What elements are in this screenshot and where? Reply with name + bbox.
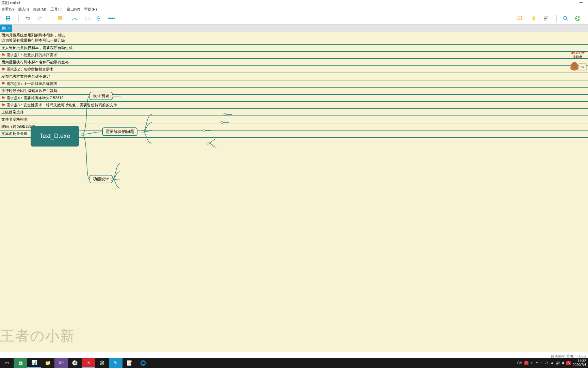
menu-window[interactable]: 窗口(W) xyxy=(67,7,80,12)
menu-help[interactable]: 帮助(H) xyxy=(84,7,97,12)
separator xyxy=(50,15,50,22)
leaf-node[interactable]: 转码（转为GB2312） xyxy=(0,123,588,131)
redo-icon xyxy=(37,15,43,21)
tray-icon[interactable]: A xyxy=(562,361,564,365)
clock-date: 2020/7/4 xyxy=(573,363,586,367)
branch-node-problems[interactable]: 需要解决的问题 xyxy=(102,127,137,136)
play-icon xyxy=(516,15,522,21)
app-icon[interactable]: 📝 xyxy=(122,358,136,368)
flag-icon: ⚑ xyxy=(1,52,5,58)
taskbar-clock[interactable]: 11:32 2020/7/4 xyxy=(573,359,586,367)
app-icon[interactable]: RP xyxy=(54,358,68,368)
undo-button[interactable] xyxy=(22,14,33,23)
relationship-button[interactable] xyxy=(69,14,80,23)
system-tray: CH S ᯤ ^ ♨ 🛡 🖥 🔊 A S 11:32 2020/7/4 xyxy=(517,359,588,367)
flag-leaf-node[interactable]: ⚑需求点5：安全性需求，转码失败可以恢复，需要备份转码前的文件 xyxy=(0,102,588,109)
flag-icon: ⚑ xyxy=(1,81,5,86)
app-icon[interactable]: 📊 xyxy=(27,358,41,368)
leaf-text: 需求点4：需要将脚本转为GB2312 xyxy=(6,95,63,101)
svg-point-24 xyxy=(571,62,578,69)
right-toolbar: ▾ xyxy=(513,14,585,23)
menu-modify[interactable]: 修改(M) xyxy=(33,7,46,12)
menu-tools[interactable]: 工具(T) xyxy=(50,7,63,12)
svg-rect-11 xyxy=(544,18,547,19)
flag-leaf-node[interactable]: ⚑需求点3：上一层目录名称需求 xyxy=(0,80,588,88)
tab-sheet[interactable]: 图 × xyxy=(0,25,12,32)
leaf-node[interactable]: 没人维护批量执行脚本，需要程序自动生成 xyxy=(0,45,588,52)
svg-point-4 xyxy=(72,19,74,20)
branch-node-function[interactable]: 功能设计 xyxy=(89,175,113,183)
app-icon[interactable]: ▦ xyxy=(14,358,27,368)
svg-rect-2 xyxy=(7,19,10,20)
leaf-node[interactable]: 发布包脚本文件夹名称不确定 xyxy=(0,73,588,80)
flag-leaf-node[interactable]: ⚑需求点1：批量执行的排序需求 xyxy=(0,52,588,59)
expand-toggle[interactable] xyxy=(202,129,205,132)
expand-toggle[interactable] xyxy=(224,113,226,116)
file-explorer-icon[interactable]: 📁 xyxy=(41,358,54,368)
gantt-button[interactable] xyxy=(541,14,552,23)
flag-leaf-node[interactable]: ⚑需求点2：名称空格检查需求 xyxy=(0,66,588,73)
boundary-button[interactable] xyxy=(82,14,93,23)
presentation-button[interactable]: ▾ xyxy=(513,14,527,23)
branch-node-design[interactable]: 设计初衷 xyxy=(89,92,113,100)
svg-line-14 xyxy=(566,19,568,20)
idea-button[interactable] xyxy=(528,14,539,23)
svg-text:BEAR: BEAR xyxy=(573,55,582,58)
expand-toggle[interactable] xyxy=(81,133,83,136)
expand-toggle[interactable] xyxy=(220,121,223,124)
titlebar: 路图.xmind — xyxy=(0,0,588,6)
autosave-bar: 自动保存: 关闭 ○ DES xyxy=(0,354,588,358)
app-icon[interactable]: 🕸 xyxy=(95,358,109,368)
leaf-node[interactable]: 因为升级系统使用到的脚本很多，所以 迫切希望有批量执行脚本可以一键升级 xyxy=(0,32,588,45)
leaf-text: 需求点3：上一层目录名称需求 xyxy=(6,81,57,86)
leaf-node[interactable]: 文本名批量处理 xyxy=(0,131,588,138)
window-controls: — xyxy=(574,0,588,4)
tray-icon[interactable]: 🛡 xyxy=(545,361,548,365)
tray-icon[interactable]: S xyxy=(524,361,529,365)
search-button[interactable] xyxy=(560,14,571,23)
more-button[interactable]: ••• ▾ xyxy=(106,14,117,23)
chrome-icon[interactable] xyxy=(68,358,82,368)
svg-rect-12 xyxy=(544,19,546,20)
app-icon[interactable]: 🌐 xyxy=(136,358,150,368)
share-button[interactable] xyxy=(572,14,583,23)
tray-icon[interactable]: 🖥 xyxy=(550,361,554,365)
app-icon[interactable]: ✎ xyxy=(109,358,122,368)
ime-indicator[interactable]: CH xyxy=(517,361,522,365)
leaf-text: 需求点5：安全性需求，转码失败可以恢复，需要备份转码前的文件 xyxy=(6,103,117,108)
flag-leaf-node[interactable]: ⚑需求点4：需要将脚本转为GB2312 xyxy=(0,95,588,102)
tray-icon[interactable]: S xyxy=(566,361,571,365)
tray-icon[interactable]: ᯤ xyxy=(530,361,534,365)
expand-toggle[interactable] xyxy=(207,142,209,144)
svg-point-8 xyxy=(533,16,536,19)
menubar: 查看(V) 插入(I) 修改(M) 工具(T) 窗口(W) 帮助(H) xyxy=(0,6,588,12)
expand-toggle[interactable] xyxy=(111,178,113,181)
svg-rect-6 xyxy=(85,17,89,20)
menu-insert[interactable]: 插入(I) xyxy=(18,7,29,12)
leaf-node[interactable]: 因为批量执行脚本脚本名称不能带有空格 xyxy=(0,59,588,66)
redo-button[interactable] xyxy=(34,14,45,23)
minimize-button[interactable]: — xyxy=(574,0,588,4)
tray-chevron-icon[interactable]: ^ xyxy=(536,361,538,365)
tab-close-button[interactable]: × xyxy=(8,26,10,30)
toolbar: ▾ ••• ▾ ▾ xyxy=(0,12,588,25)
expand-toggle[interactable] xyxy=(142,131,144,133)
menu-view[interactable]: 查看(V) xyxy=(1,7,14,12)
root-node[interactable]: Text_D.exe xyxy=(31,126,79,147)
svg-text:A♪: A♪ xyxy=(581,65,585,68)
leaf-node[interactable]: 执行时候会因为编码原因产生乱码 xyxy=(0,88,588,95)
tray-volume-icon[interactable]: 🔊 xyxy=(556,361,560,365)
save-button[interactable] xyxy=(3,14,14,23)
svg-rect-3 xyxy=(58,16,62,19)
relationship-icon xyxy=(72,15,78,21)
expand-toggle[interactable] xyxy=(111,95,113,97)
tray-icon[interactable]: ♨ xyxy=(540,361,543,365)
new-sheet-button[interactable]: ▾ xyxy=(54,14,68,23)
summary-button[interactable] xyxy=(94,14,105,23)
leaf-node[interactable]: 文件名空格检查 xyxy=(0,116,588,123)
leaf-node[interactable]: 上级目录选择 xyxy=(0,109,588,116)
mindmap-canvas[interactable]: Text_D.exe 设计初衷 因为升级系统使用到的脚本很多，所以 迫切希望有批… xyxy=(0,32,588,352)
taskview-icon[interactable]: ▭ xyxy=(0,358,14,368)
windows-taskbar: ▭ ▦ 📊 📁 RP ✕ 🕸 ✎ 📝 🌐 CH S ᯤ ^ ♨ 🛡 🖥 🔊 A … xyxy=(0,358,588,368)
xmind-icon[interactable]: ✕ xyxy=(82,358,95,368)
